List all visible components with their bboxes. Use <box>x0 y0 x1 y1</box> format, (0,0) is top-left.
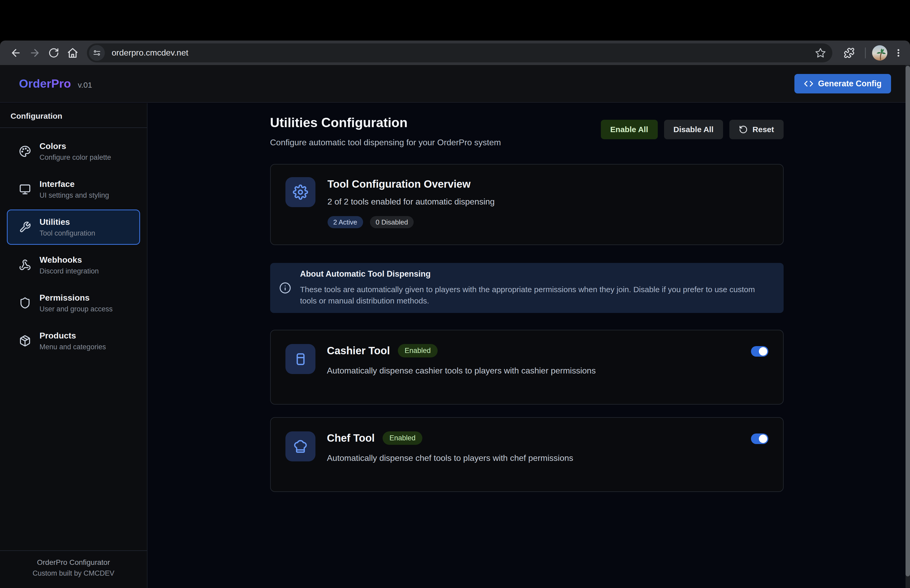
cashier-tool-card: Cashier Tool Enabled Automatically dispe… <box>270 330 784 405</box>
tool-status-badge: Enabled <box>398 344 438 357</box>
sidebar-item-desc: User and group access <box>39 305 113 313</box>
version-label: v.01 <box>78 81 92 89</box>
sidebar-item-permissions[interactable]: Permissions User and group access <box>7 285 140 321</box>
extensions-button[interactable] <box>842 46 856 60</box>
toggle-knob <box>759 347 767 355</box>
main-content: Utilities Configuration Configure automa… <box>148 103 905 588</box>
gear-icon <box>293 184 308 200</box>
sidebar-item-label: Permissions <box>39 293 113 303</box>
enable-all-button[interactable]: Enable All <box>601 120 658 139</box>
address-bar[interactable]: orderpro.cmcdev.net <box>87 44 832 62</box>
tool-name: Chef Tool <box>327 432 375 444</box>
browser-toolbar: orderpro.cmcdev.net <box>0 40 910 65</box>
sidebar-item-desc: Discord integration <box>39 267 99 275</box>
sidebar-section-title: Configuration <box>0 103 147 128</box>
url-text: orderpro.cmcdev.net <box>112 48 815 58</box>
sidebar-item-label: Products <box>39 331 106 341</box>
home-icon <box>67 47 78 59</box>
overview-subtitle: 2 of 2 tools enabled for automatic dispe… <box>328 197 495 207</box>
three-dots-icon <box>893 48 904 58</box>
sidebar-item-label: Colors <box>39 141 111 151</box>
generate-config-label: Generate Config <box>818 79 882 89</box>
reset-button[interactable]: Reset <box>729 120 784 139</box>
rotate-ccw-icon <box>739 125 748 134</box>
info-title: About Automatic Tool Dispensing <box>300 269 771 279</box>
sidebar-footer: OrderPro Configurator Custom built by CM… <box>0 550 147 588</box>
chef-tool-card: Chef Tool Enabled Automatically dispense… <box>270 417 784 492</box>
gear-tile <box>285 177 315 207</box>
brand-logo: OrderPro <box>19 77 71 90</box>
sidebar-item-interface[interactable]: Interface UI settings and styling <box>7 171 140 207</box>
chef-hat-icon <box>293 439 308 454</box>
star-icon <box>815 47 826 58</box>
tool-description: Automatically dispense chef tools to pla… <box>327 453 739 463</box>
footer-credit: Custom built by CMCDEV <box>3 569 144 577</box>
cash-register-icon <box>293 351 308 367</box>
tool-description: Automatically dispense cashier tools to … <box>327 366 739 376</box>
app-header: OrderPro v.01 Generate Config <box>0 65 910 103</box>
info-banner: About Automatic Tool Dispensing These to… <box>270 263 784 313</box>
arrow-right-icon <box>29 47 40 59</box>
sidebar-item-utilities[interactable]: Utilities Tool configuration <box>7 210 140 245</box>
overview-title: Tool Configuration Overview <box>328 178 495 190</box>
wrench-icon <box>19 221 31 233</box>
monitor-icon <box>19 183 31 195</box>
info-body: These tools are automatically given to p… <box>300 284 771 306</box>
browser-menu-button[interactable] <box>893 48 904 58</box>
chef-hat-tile <box>285 431 315 461</box>
sidebar-item-desc: Configure color palette <box>39 153 111 162</box>
sidebar-item-label: Utilities <box>39 217 95 227</box>
palm-tree-icon <box>873 47 886 61</box>
arrow-left-icon <box>10 47 22 59</box>
profile-avatar[interactable] <box>872 45 887 61</box>
sidebar-nav: Colors Configure color palette Interface… <box>0 128 147 364</box>
reload-icon <box>48 47 59 58</box>
reload-button[interactable] <box>47 46 61 60</box>
code-icon <box>804 79 813 89</box>
sidebar-item-webhooks[interactable]: Webhooks Discord integration <box>7 247 140 283</box>
info-icon <box>279 282 291 294</box>
forward-button[interactable] <box>28 46 42 60</box>
webhook-icon <box>19 259 31 271</box>
bookmark-button[interactable] <box>815 47 826 58</box>
overview-card: Tool Configuration Overview 2 of 2 tools… <box>270 164 784 245</box>
site-settings-button[interactable] <box>89 45 105 61</box>
palette-icon <box>19 145 31 157</box>
disabled-count-badge: 0 Disabled <box>370 216 414 228</box>
tool-name: Cashier Tool <box>327 345 390 357</box>
disable-all-button[interactable]: Disable All <box>664 120 723 139</box>
page-scrollbar[interactable] <box>905 65 910 588</box>
sidebar-item-products[interactable]: Products Menu and categories <box>7 323 140 359</box>
bulk-actions: Enable All Disable All Reset <box>601 120 784 139</box>
sidebar-item-label: Webhooks <box>39 255 99 265</box>
sidebar-item-desc: Tool configuration <box>39 229 95 237</box>
generate-config-button[interactable]: Generate Config <box>794 74 891 94</box>
cash-register-tile <box>285 344 315 374</box>
cashier-tool-toggle[interactable] <box>751 346 768 357</box>
chef-tool-toggle[interactable] <box>751 433 768 444</box>
back-button[interactable] <box>9 46 23 60</box>
page-title: Utilities Configuration <box>270 115 501 130</box>
reset-label: Reset <box>753 125 774 134</box>
sidebar-item-colors[interactable]: Colors Configure color palette <box>7 134 140 169</box>
shield-icon <box>19 297 31 309</box>
tool-status-badge: Enabled <box>383 431 422 445</box>
toolbar-separator <box>865 47 866 58</box>
home-button[interactable] <box>66 46 79 60</box>
scrollbar-thumb[interactable] <box>905 66 910 577</box>
sidebar-item-desc: Menu and categories <box>39 343 106 351</box>
toggle-knob <box>759 435 767 443</box>
page: OrderPro v.01 Generate Config Configurat… <box>0 65 910 588</box>
active-count-badge: 2 Active <box>328 216 363 228</box>
sidebar: Configuration Colors Configure color pal… <box>0 103 147 588</box>
footer-app-name: OrderPro Configurator <box>3 558 144 567</box>
sidebar-item-label: Interface <box>39 179 109 189</box>
tune-icon <box>92 48 101 57</box>
page-subtitle: Configure automatic tool dispensing for … <box>270 138 501 147</box>
puzzle-icon <box>844 47 855 58</box>
package-icon <box>19 335 31 347</box>
sidebar-item-desc: UI settings and styling <box>39 191 109 200</box>
